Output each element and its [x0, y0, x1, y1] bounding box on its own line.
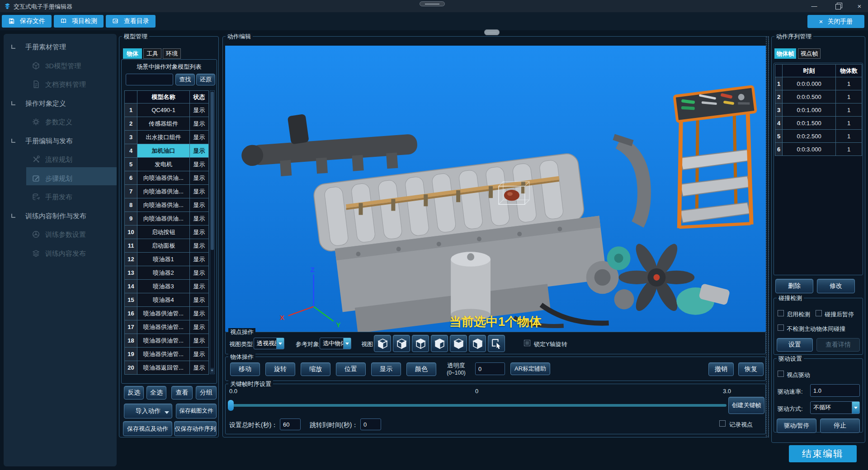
model-action-反选-button[interactable]: 反选 [124, 386, 144, 400]
model-name[interactable]: 喷油器供油管... [137, 320, 190, 334]
collision-details-button[interactable]: 查看详情 [816, 338, 860, 352]
row-number[interactable]: 10 [125, 226, 137, 239]
model-status[interactable]: 显示 [190, 266, 209, 280]
sequence-tab-物体帧[interactable]: 物体帧 [774, 48, 796, 59]
frame-number[interactable]: 3 [775, 103, 783, 117]
drive-rate-input[interactable] [810, 384, 860, 397]
sidebar-item-3-0[interactable]: 训练参数设置 [4, 229, 117, 241]
model-name[interactable]: 喷油器返回管... [137, 361, 190, 375]
sequence-table-row-3[interactable]: 30:0:1.0001 [775, 103, 862, 117]
sidebar-item-3-1[interactable]: 训练内容发布 [4, 248, 117, 260]
model-name[interactable]: 喷油器供油管... [137, 307, 190, 320]
row-number[interactable]: 6 [125, 171, 137, 185]
enable-detection-checkbox[interactable] [778, 310, 784, 316]
model-table-row-17[interactable]: 17喷油器供油管...显示 [125, 320, 209, 334]
scrollbar-thumb[interactable] [211, 92, 214, 250]
sequence-table-row-2[interactable]: 20:0:0.5001 [775, 90, 862, 103]
frame-object-count[interactable]: 1 [836, 117, 862, 130]
frame-object-count[interactable]: 1 [836, 143, 862, 156]
panel-drag-handle[interactable] [484, 29, 500, 35]
row-number[interactable]: 14 [125, 280, 137, 293]
model-name[interactable]: 向喷油器供油... [137, 212, 190, 226]
close-manual-button[interactable]: × 关闭手册 [807, 15, 864, 28]
model-table-row-2[interactable]: 2传感器组件显示 [125, 117, 209, 131]
model-table-row-7[interactable]: 7向喷油器供油...显示 [125, 185, 209, 198]
model-name[interactable]: 加机油口 [137, 144, 190, 158]
import-action-button[interactable]: 导入动作 [124, 404, 172, 418]
model-search-input[interactable] [126, 74, 173, 85]
row-number[interactable]: 20 [125, 361, 137, 375]
model-table-row-5[interactable]: 5发电机显示 [125, 158, 209, 171]
model-reset-button[interactable]: 还原 [196, 74, 215, 85]
frame-number[interactable]: 4 [775, 117, 783, 130]
row-number[interactable]: 13 [125, 266, 137, 280]
model-table-row-6[interactable]: 6向喷油器供油...显示 [125, 171, 209, 185]
sidebar-group-2[interactable]: 手册编辑与发布 [4, 135, 117, 148]
toolbar-book-button[interactable]: 项目检测 [54, 15, 104, 28]
row-number[interactable]: 2 [125, 117, 137, 131]
row-number[interactable]: 11 [125, 239, 137, 253]
collision-settings-button[interactable]: 设置 [777, 338, 813, 352]
model-table-row-3[interactable]: 3出水接口组件显示 [125, 131, 209, 144]
model-action-全选-button[interactable]: 全选 [146, 386, 166, 400]
object-op-位置-button[interactable]: 位置 [336, 362, 366, 376]
minimize-button[interactable]: — [807, 2, 821, 10]
view-cube-right-button[interactable] [431, 335, 448, 352]
sidebar-group-0[interactable]: 手册素材管理 [4, 41, 117, 54]
stop-button[interactable]: 停止 [820, 418, 860, 433]
panel-splitter[interactable] [766, 36, 769, 437]
model-table-row-13[interactable]: 13喷油器2显示 [125, 266, 209, 280]
model-status[interactable]: 显示 [190, 334, 209, 348]
frame-number[interactable]: 5 [775, 130, 783, 143]
model-status[interactable]: 显示 [190, 212, 209, 226]
model-status[interactable]: 显示 [190, 131, 209, 144]
model-status[interactable]: 显示 [190, 280, 209, 293]
sequence-table-row-4[interactable]: 40:0:1.5001 [775, 117, 862, 130]
modify-frame-button[interactable]: 修改 [817, 279, 855, 293]
model-table-row-4[interactable]: 4加机油口显示 [125, 144, 209, 158]
timeline-slider-track[interactable] [229, 404, 726, 407]
model-table-row-19[interactable]: 19喷油器供油管...显示 [125, 348, 209, 361]
model-name[interactable]: 启动按钮 [137, 226, 190, 239]
object-op-显示-button[interactable]: 显示 [371, 362, 401, 376]
model-table-row-11[interactable]: 11启动面板显示 [125, 239, 209, 253]
chevron-down-icon[interactable] [276, 338, 284, 349]
model-status[interactable]: 显示 [190, 307, 209, 320]
model-status[interactable]: 显示 [190, 239, 209, 253]
save-sequence-only-button[interactable]: 仅保存动作序列 [174, 421, 217, 436]
model-status[interactable]: 显示 [190, 185, 209, 198]
sidebar-item-1-0[interactable]: 参数定义 [4, 116, 117, 129]
sidebar-item-2-0[interactable]: 流程规划 [4, 154, 117, 166]
toolbar-save-button[interactable]: 保存文件 [2, 15, 52, 28]
model-status[interactable]: 显示 [190, 103, 209, 117]
chevron-down-icon[interactable] [343, 338, 351, 349]
model-name[interactable]: 喷油器2 [137, 266, 190, 280]
frame-number[interactable]: 1 [775, 77, 783, 90]
model-table-row-8[interactable]: 8向喷油器供油...显示 [125, 198, 209, 212]
model-name[interactable]: 向喷油器供油... [137, 198, 190, 212]
sequence-table-row-1[interactable]: 10:0:0.0001 [775, 77, 862, 90]
model-table-row-14[interactable]: 14喷油器3显示 [125, 280, 209, 293]
row-number[interactable]: 17 [125, 320, 137, 334]
model-status[interactable]: 显示 [190, 361, 209, 375]
frame-time[interactable]: 0:0:0.500 [783, 90, 836, 103]
view-cube-bottom-button[interactable] [469, 335, 486, 352]
row-number[interactable]: 5 [125, 158, 137, 171]
view-pick-view-button[interactable] [488, 335, 505, 352]
sidebar-group-3[interactable]: 训练内容制作与发布 [4, 210, 117, 223]
lock-y-checkbox[interactable] [524, 340, 530, 346]
model-tab-工具[interactable]: 工具 [143, 48, 161, 59]
model-name[interactable]: 喷油器1 [137, 253, 190, 266]
model-status[interactable]: 显示 [190, 144, 209, 158]
model-name[interactable]: 喷油器4 [137, 293, 190, 307]
total-duration-input[interactable] [280, 418, 301, 430]
sidebar-item-0-0[interactable]: 3D模型管理 [4, 60, 117, 73]
sidebar-item-2-2[interactable]: 手册发布 [4, 191, 117, 204]
3d-viewport[interactable]: Z X Y 当前选中1个物体 [225, 46, 766, 332]
frame-number[interactable]: 2 [775, 90, 783, 103]
view-type-dropdown[interactable]: 透视视图 [254, 338, 284, 349]
row-number[interactable]: 12 [125, 253, 137, 266]
model-status[interactable]: 显示 [190, 226, 209, 239]
model-status[interactable]: 显示 [190, 158, 209, 171]
model-name[interactable]: 向喷油器供油... [137, 185, 190, 198]
